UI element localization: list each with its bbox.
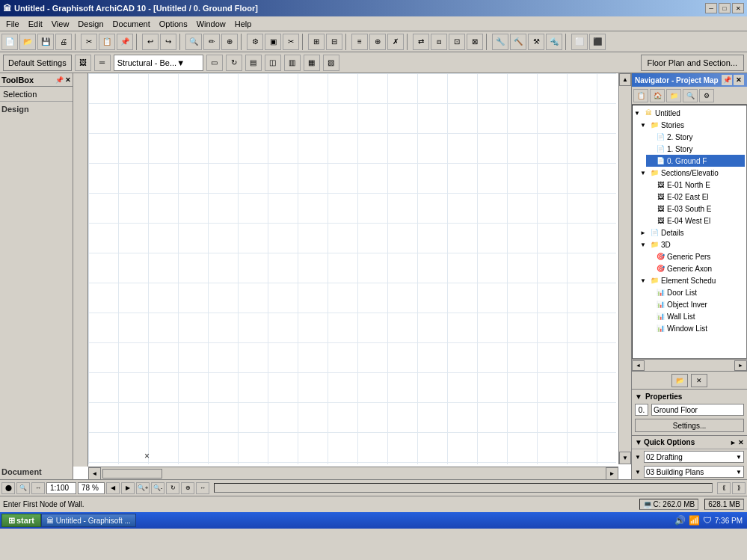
print-btn[interactable]: 🖨	[55, 34, 72, 50]
pointer-btn[interactable]: ⊕	[221, 34, 238, 50]
settings-button[interactable]: Settings...	[635, 419, 744, 432]
hscroll-thumb[interactable]	[102, 469, 162, 479]
hatch-icon5[interactable]: ▧	[323, 55, 339, 71]
tree-area[interactable]: ▼ 🏛 Untitled ▼ 📁 Stories 📄 2. Story 📄 1.…	[632, 105, 747, 359]
menu-file[interactable]: File	[1, 18, 24, 30]
tb4-btn[interactable]: ⚙	[247, 34, 263, 50]
toolbox-pin-button[interactable]: 📌	[55, 76, 64, 84]
nav-tab-4[interactable]: 🔍	[683, 89, 698, 102]
scroll-left-button[interactable]: ◄	[88, 467, 101, 480]
nav-open-button[interactable]: 📂	[671, 374, 688, 387]
expand-arrow-stories[interactable]: ▼	[640, 122, 648, 129]
tb18-btn[interactable]: ⚒	[528, 34, 544, 50]
menu-help[interactable]: Help	[230, 18, 256, 30]
tree-item-e02[interactable]: 🖼 E-02 East El	[646, 191, 745, 203]
hatch-icon3[interactable]: ▥	[284, 55, 301, 71]
tree-item-door-list[interactable]: 📊 Door List	[646, 286, 745, 298]
nav-scroll-area[interactable]: ◄ ►	[632, 359, 747, 371]
tb17-btn[interactable]: 🔨	[510, 34, 526, 50]
tb8-btn[interactable]: ⊟	[326, 34, 342, 50]
tree-item-wall-list[interactable]: 📊 Wall List	[646, 310, 745, 322]
tb15-btn[interactable]: ⊠	[467, 34, 483, 50]
navigator-close-button[interactable]: ✕	[734, 75, 744, 85]
tree-item-2story[interactable]: 📄 2. Story	[646, 131, 745, 143]
qo-dropdown-1[interactable]: 02 Drafting ▼	[644, 451, 744, 463]
qo-close-button[interactable]: ✕	[738, 439, 744, 446]
hatch-icon1[interactable]: ▤	[245, 55, 262, 71]
tree-item-generic-pers[interactable]: 🎯 Generic Pers	[646, 250, 745, 262]
hatch-icon4[interactable]: ▦	[304, 55, 320, 71]
bt-nav-left[interactable]: ◀	[106, 482, 120, 494]
tb21-btn[interactable]: ⬛	[589, 34, 606, 50]
scroll-right-button[interactable]: ►	[606, 467, 618, 480]
tb20-btn[interactable]: ⬜	[571, 34, 588, 50]
tree-item-e03[interactable]: 🖼 E-03 South E	[646, 203, 745, 215]
expand-3d[interactable]: ▼	[640, 241, 648, 248]
expand-arrow-untitled[interactable]: ▼	[634, 110, 642, 117]
expand-details[interactable]: ►	[640, 230, 648, 236]
zoom-btn[interactable]: 🔍	[185, 34, 202, 50]
expand-arrow-sections[interactable]: ▼	[640, 170, 648, 176]
tb19-btn[interactable]: 🔩	[546, 34, 562, 50]
tb12-btn[interactable]: ⇄	[413, 34, 429, 50]
paste-btn[interactable]: 📌	[117, 34, 133, 50]
nav-tab-3[interactable]: 📁	[666, 89, 681, 102]
floor-plan-section-button[interactable]: Floor Plan and Section...	[641, 55, 744, 71]
undo-btn[interactable]: ↩	[142, 34, 159, 50]
tb10-btn[interactable]: ⊕	[369, 34, 386, 50]
menu-design[interactable]: Design	[73, 18, 108, 30]
toolbox-close-button[interactable]: ✕	[65, 76, 71, 84]
tree-item-sections[interactable]: ▼ 📁 Sections/Elevatio	[640, 167, 745, 179]
tree-item-ground-floor[interactable]: 📄 0. Ground F	[646, 155, 745, 167]
wall-type-icon[interactable]: ▭	[206, 55, 223, 71]
qo-dropdown-2[interactable]: 03 Building Plans ▼	[644, 466, 744, 478]
navigator-pin-button[interactable]: 📌	[722, 75, 732, 85]
wall-icon-btn[interactable]: ═	[94, 55, 111, 71]
maximize-button[interactable]: □	[719, 3, 731, 13]
tb5-btn[interactable]: ▣	[265, 34, 281, 50]
menu-view[interactable]: View	[47, 18, 74, 30]
open-btn[interactable]: 📂	[19, 34, 36, 50]
props-expand-arrow[interactable]: ▼	[635, 393, 642, 401]
tree-item-window-list[interactable]: 📊 Window List	[646, 322, 745, 334]
tree-item-3d[interactable]: ▼ 📁 3D	[640, 239, 745, 250]
taskbar-archicad[interactable]: 🏛 Untitled - Graphisoft ...	[41, 514, 136, 527]
tree-item-1story[interactable]: 📄 1. Story	[646, 143, 745, 155]
tree-item-e04[interactable]: 🖼 E-04 West El	[646, 215, 745, 227]
menu-edit[interactable]: Edit	[24, 18, 47, 30]
qo-expand-icon[interactable]: ▼	[635, 438, 642, 446]
structural-dropdown[interactable]: Structural - Be... ▼	[114, 55, 203, 71]
canvas-area[interactable]: ×	[88, 73, 616, 464]
cut-btn[interactable]: ✂	[81, 34, 97, 50]
vscroll-track[interactable]	[619, 86, 631, 452]
pencil-btn[interactable]: ✏	[203, 34, 220, 50]
settings-icon-btn[interactable]: 🖼	[75, 55, 91, 71]
new-btn[interactable]: 📄	[1, 34, 18, 50]
bt-zoom-in[interactable]: 🔍+	[136, 482, 150, 494]
start-button[interactable]: ⊞ start	[1, 514, 41, 527]
tree-item-object-inver[interactable]: 📊 Object Inver	[646, 298, 745, 310]
expand-schedules[interactable]: ▼	[640, 277, 648, 284]
nav-hscroll-track[interactable]	[645, 361, 734, 370]
menu-options[interactable]: Options	[155, 18, 192, 30]
bt-zoom-out[interactable]: 🔍-	[151, 482, 165, 494]
close-button[interactable]: ✕	[732, 3, 744, 13]
menu-window[interactable]: Window	[192, 18, 230, 30]
toolbox-selection[interactable]: Selection	[0, 87, 73, 102]
bt-btn-2[interactable]: 🔍	[16, 482, 30, 494]
tree-item-generic-axon[interactable]: 🎯 Generic Axon	[646, 262, 745, 274]
bt-btn-3[interactable]: ↔	[31, 482, 45, 494]
tb14-btn[interactable]: ⊡	[449, 34, 465, 50]
bt-end1[interactable]: ⟪	[717, 482, 731, 494]
menu-document[interactable]: Document	[108, 18, 155, 30]
scroll-down-button[interactable]: ▼	[619, 452, 631, 464]
redo-btn[interactable]: ↪	[160, 34, 176, 50]
bt-zoom-fit[interactable]: ⊕	[181, 482, 194, 494]
nav-scroll-right[interactable]: ►	[734, 360, 747, 371]
save-btn[interactable]: 💾	[37, 34, 54, 50]
tb11-btn[interactable]: ✗	[387, 34, 404, 50]
qo-row1-expand[interactable]: ▼	[635, 454, 641, 461]
tb9-btn[interactable]: ≡	[351, 34, 368, 50]
bt-end2[interactable]: ⟫	[732, 482, 746, 494]
default-settings-button[interactable]: Default Settings	[3, 55, 72, 71]
